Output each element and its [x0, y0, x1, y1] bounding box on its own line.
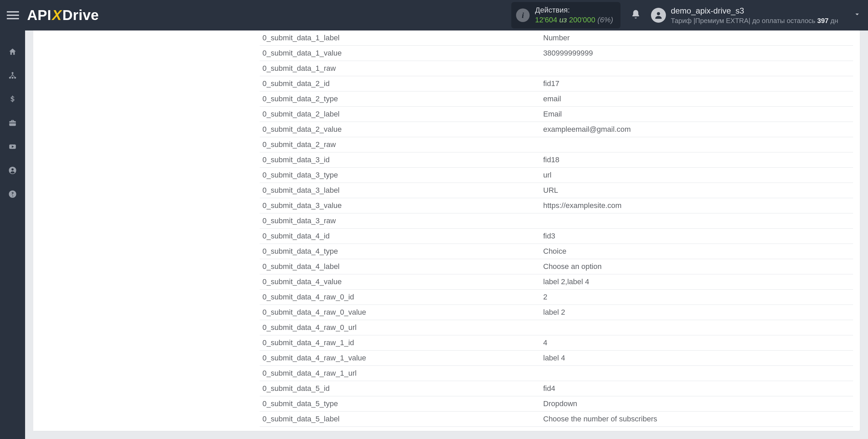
table-row: 0_submit_data_3_raw: [260, 213, 853, 229]
logo-x: X: [52, 7, 62, 23]
sidebar-item-briefcase[interactable]: [0, 115, 25, 131]
table-row: 0_submit_data_4_raw_0_url: [260, 320, 853, 335]
table-row: 0_submit_data_4_typeChoice: [260, 244, 853, 259]
sidebar-item-billing[interactable]: [0, 91, 25, 107]
data-table: 0_submit_data_1_labelNumber0_submit_data…: [253, 30, 860, 431]
row-value: Dropdown: [543, 399, 853, 408]
info-icon: i: [516, 8, 530, 22]
row-key: 0_submit_data_4_id: [260, 232, 543, 241]
table-row: 0_submit_data_5_idfid4: [260, 381, 853, 396]
table-row: 0_submit_data_5_typeDropdown: [260, 396, 853, 412]
row-value: email: [543, 95, 853, 103]
row-value: fid17: [543, 79, 853, 88]
row-value: label 2: [543, 308, 853, 317]
table-row: 0_submit_data_2_idfid17: [260, 76, 853, 91]
table-row: 0_submit_data_5_value50000-900000: [260, 427, 853, 431]
sidebar-item-connections[interactable]: [0, 68, 25, 83]
sidebar-item-help[interactable]: [0, 186, 25, 202]
row-value: url: [543, 171, 853, 180]
table-row: 0_submit_data_1_raw: [260, 61, 853, 76]
row-key: 0_submit_data_2_id: [260, 79, 543, 88]
row-key: 0_submit_data_1_raw: [260, 64, 543, 73]
table-row: 0_submit_data_3_typeurl: [260, 168, 853, 183]
row-key: 0_submit_data_4_raw_1_url: [260, 369, 543, 378]
table-row: 0_submit_data_4_raw_1_id4: [260, 335, 853, 351]
row-key: 0_submit_data_1_value: [260, 49, 543, 58]
sidebar-item-video[interactable]: [0, 139, 25, 154]
row-value: Choice: [543, 247, 853, 256]
row-key: 0_submit_data_2_label: [260, 110, 543, 119]
row-key: 0_submit_data_3_label: [260, 186, 543, 195]
avatar-icon: [651, 8, 666, 23]
table-row: 0_submit_data_1_value380999999999: [260, 46, 853, 61]
row-value: Choose the number of subscribers: [543, 415, 853, 423]
row-value: label 2,label 4: [543, 277, 853, 286]
table-row: 0_submit_data_4_valuelabel 2,label 4: [260, 274, 853, 290]
table-row: 0_submit_data_4_raw_1_valuelabel 4: [260, 351, 853, 366]
row-value: 50000-900000: [543, 430, 853, 431]
row-key: 0_submit_data_5_value: [260, 430, 543, 431]
row-key: 0_submit_data_4_raw_0_id: [260, 293, 543, 301]
row-key: 0_submit_data_5_label: [260, 415, 543, 423]
user-subscription: Тариф |Премиум EXTRA| до оплаты осталось…: [671, 16, 838, 25]
table-row: 0_submit_data_3_labelURL: [260, 183, 853, 198]
table-row: 0_submit_data_2_raw: [260, 137, 853, 152]
row-value: fid18: [543, 155, 853, 164]
row-key: 0_submit_data_3_raw: [260, 216, 543, 225]
card-left-panel: [33, 30, 253, 431]
svg-point-1: [12, 72, 13, 74]
chevron-down-icon[interactable]: [853, 10, 861, 20]
svg-point-3: [12, 77, 13, 79]
row-value: 380999999999: [543, 49, 853, 58]
menu-toggle-icon[interactable]: [7, 9, 19, 21]
content-area: 0_submit_data_1_labelNumber0_submit_data…: [25, 30, 868, 439]
table-row: 0_submit_data_4_raw_0_id2: [260, 290, 853, 305]
row-value: https://examplesite.com: [543, 201, 853, 210]
row-value: fid4: [543, 384, 853, 393]
sidebar: [0, 30, 25, 439]
row-key: 0_submit_data_4_raw_1_value: [260, 354, 543, 362]
logo[interactable]: API X Drive: [27, 7, 99, 23]
user-name: demo_apix-drive_s3: [671, 5, 838, 16]
actions-label: Действия:: [535, 5, 613, 15]
actions-counter[interactable]: i Действия: 12'604 из 200'000 (6%): [511, 2, 620, 28]
row-key: 0_submit_data_5_id: [260, 384, 543, 393]
row-key: 0_submit_data_4_type: [260, 247, 543, 256]
svg-point-0: [657, 12, 660, 15]
table-row: 0_submit_data_4_idfid3: [260, 229, 853, 244]
row-value: Choose an option: [543, 262, 853, 271]
row-key: 0_submit_data_3_type: [260, 171, 543, 180]
actions-numbers: 12'604 из 200'000 (6%): [535, 15, 613, 25]
row-key: 0_submit_data_4_raw_1_id: [260, 338, 543, 347]
row-value: Email: [543, 110, 853, 119]
row-key: 0_submit_data_4_label: [260, 262, 543, 271]
row-key: 0_submit_data_4_raw_0_value: [260, 308, 543, 317]
sidebar-item-account[interactable]: [0, 163, 25, 178]
table-row: 0_submit_data_3_idfid18: [260, 152, 853, 168]
row-key: 0_submit_data_4_raw_0_url: [260, 323, 543, 332]
row-value: 4: [543, 338, 853, 347]
table-row: 0_submit_data_4_raw_1_url: [260, 366, 853, 381]
logo-api: API: [27, 7, 52, 23]
row-value: 2: [543, 293, 853, 301]
row-key: 0_submit_data_2_value: [260, 125, 543, 134]
row-key: 0_submit_data_3_value: [260, 201, 543, 210]
row-key: 0_submit_data_1_label: [260, 34, 543, 42]
user-menu[interactable]: demo_apix-drive_s3 Тариф |Премиум EXTRA|…: [651, 5, 861, 25]
row-key: 0_submit_data_5_type: [260, 399, 543, 408]
table-row: 0_submit_data_4_raw_0_valuelabel 2: [260, 305, 853, 320]
row-key: 0_submit_data_3_id: [260, 155, 543, 164]
row-key: 0_submit_data_2_type: [260, 95, 543, 103]
table-row: 0_submit_data_2_labelEmail: [260, 107, 853, 122]
svg-point-7: [12, 168, 14, 171]
row-key: 0_submit_data_2_raw: [260, 140, 543, 149]
table-row: 0_submit_data_2_typeemail: [260, 91, 853, 107]
sidebar-item-home[interactable]: [0, 44, 25, 60]
main-card: 0_submit_data_1_labelNumber0_submit_data…: [33, 30, 860, 431]
row-value: fid3: [543, 232, 853, 241]
row-value: label 4: [543, 354, 853, 362]
row-value: exampleemail@gmail.com: [543, 125, 853, 134]
table-row: 0_submit_data_1_labelNumber: [260, 30, 853, 46]
notifications-icon[interactable]: [631, 9, 641, 22]
table-row: 0_submit_data_4_labelChoose an option: [260, 259, 853, 274]
